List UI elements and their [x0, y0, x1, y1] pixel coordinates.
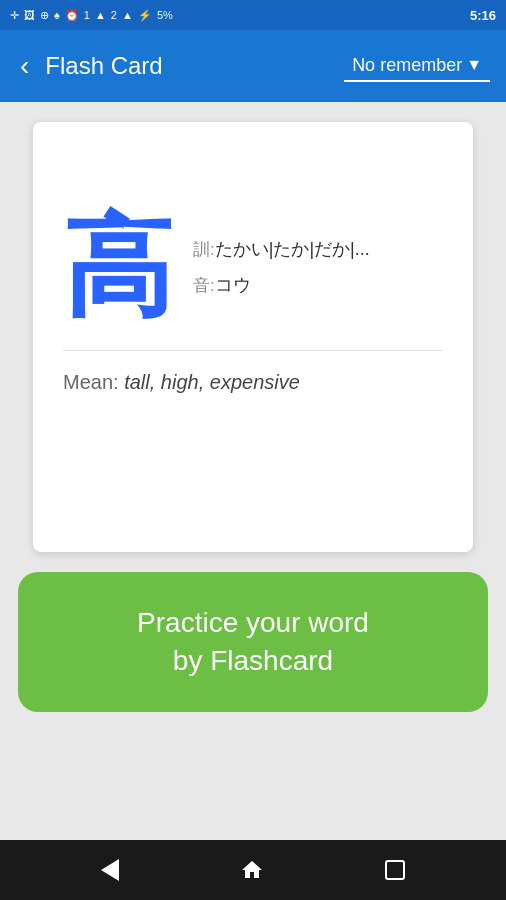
dropdown-label: No remember: [352, 55, 462, 76]
home-nav-icon: [240, 858, 264, 882]
navigation-bar: [0, 840, 506, 900]
kun-reading-line: 訓:たかい|たか|だか|...: [193, 237, 370, 261]
sim1-indicator: 1: [84, 9, 90, 21]
back-nav-icon: [101, 859, 119, 881]
meaning-label: Mean:: [63, 371, 124, 393]
dropdown-arrow-icon: ▼: [466, 56, 482, 74]
battery-percent: 5%: [157, 9, 173, 21]
back-nav-button[interactable]: [101, 859, 119, 881]
on-label: 音:: [193, 276, 215, 295]
on-reading-line: 音:コウ: [193, 273, 370, 297]
back-button[interactable]: ‹: [16, 48, 33, 84]
status-icon-4: ♠: [54, 9, 60, 21]
alarm-icon: ⏰: [65, 9, 79, 22]
kanji-readings: 訓:たかい|たか|だか|... 音:コウ: [193, 237, 370, 297]
recent-nav-button[interactable]: [385, 860, 405, 880]
card-divider: [63, 350, 443, 351]
practice-button-text: Practice your wordby Flashcard: [137, 604, 369, 680]
recent-nav-icon: [385, 860, 405, 880]
status-time: 5:16: [470, 8, 496, 23]
status-icon-2: 🖼: [24, 9, 35, 21]
battery-icon: ⚡: [138, 9, 152, 22]
kun-value: たかい|たか|だか|...: [215, 239, 370, 259]
meaning-value: tall, high, expensive: [124, 371, 300, 393]
toolbar-title: Flash Card: [45, 52, 332, 80]
flash-card: 高 訓:たかい|たか|だか|... 音:コウ Mean: tall, high,…: [33, 122, 473, 552]
card-kanji-row: 高 訓:たかい|たか|だか|... 音:コウ: [63, 212, 443, 322]
card-meaning: Mean: tall, high, expensive: [63, 371, 443, 394]
practice-flashcard-button[interactable]: Practice your wordby Flashcard: [18, 572, 488, 712]
status-left-icons: ✛ 🖼 ⊕ ♠ ⏰ 1 ▲ 2 ▲ ⚡ 5%: [10, 9, 466, 22]
kun-label: 訓:: [193, 240, 215, 259]
on-value: コウ: [215, 275, 251, 295]
sim2-indicator: 2: [111, 9, 117, 21]
signal-icon-2: ▲: [122, 9, 133, 21]
filter-dropdown-button[interactable]: No remember ▼: [344, 51, 490, 82]
status-bar: ✛ 🖼 ⊕ ♠ ⏰ 1 ▲ 2 ▲ ⚡ 5% 5:16: [0, 0, 506, 30]
signal-icon-1: ▲: [95, 9, 106, 21]
home-nav-button[interactable]: [240, 858, 264, 882]
status-right: 5:16: [470, 8, 496, 23]
status-icon-3: ⊕: [40, 9, 49, 22]
status-icon-1: ✛: [10, 9, 19, 22]
card-spacer: [63, 152, 443, 212]
main-content: 高 訓:たかい|たか|だか|... 音:コウ Mean: tall, high,…: [0, 102, 506, 840]
kanji-character: 高: [63, 212, 173, 322]
toolbar: ‹ Flash Card No remember ▼: [0, 30, 506, 102]
